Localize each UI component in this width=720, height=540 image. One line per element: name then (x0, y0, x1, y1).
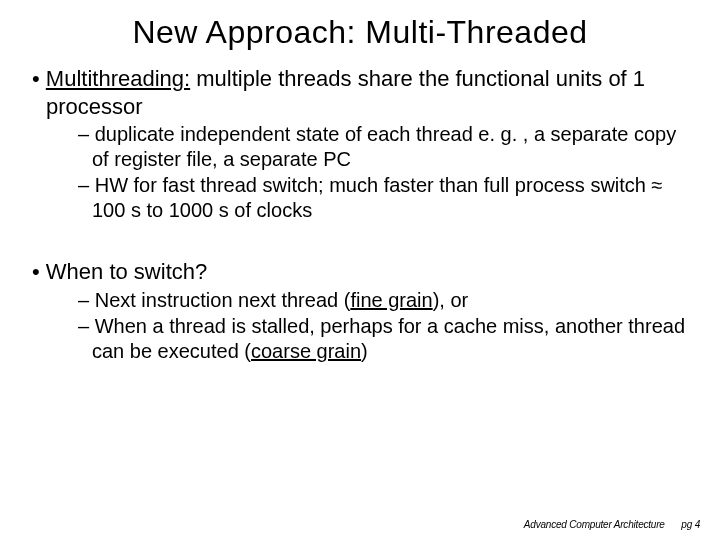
slide: New Approach: Multi-Threaded Multithread… (0, 0, 720, 540)
subbullet-duplicate-state: duplicate independent state of each thre… (28, 122, 692, 172)
term-fine-grain: fine grain (350, 289, 432, 311)
spacer (28, 224, 692, 258)
bullet-multithreading: Multithreading: multiple threads share t… (28, 65, 692, 120)
subbullet-hw-switch: HW for fast thread switch; much faster t… (28, 173, 692, 223)
text-segment: ) (361, 340, 368, 362)
text-segment: ), or (433, 289, 469, 311)
subbullet-coarse-grain: When a thread is stalled, perhaps for a … (28, 314, 692, 364)
footer-course: Advanced Computer Architecture (524, 519, 665, 530)
term-coarse-grain: coarse grain (251, 340, 361, 362)
slide-title: New Approach: Multi-Threaded (28, 14, 692, 51)
bullet-when-switch: When to switch? (28, 258, 692, 286)
term-multithreading: Multithreading: (46, 66, 190, 91)
subbullet-fine-grain: Next instruction next thread (fine grain… (28, 288, 692, 313)
footer: Advanced Computer Architecture pg 4 (524, 519, 700, 530)
text-segment: Next instruction next thread ( (95, 289, 351, 311)
text-segment: When a thread is stalled, perhaps for a … (92, 315, 685, 362)
footer-page-number: pg 4 (681, 519, 700, 530)
